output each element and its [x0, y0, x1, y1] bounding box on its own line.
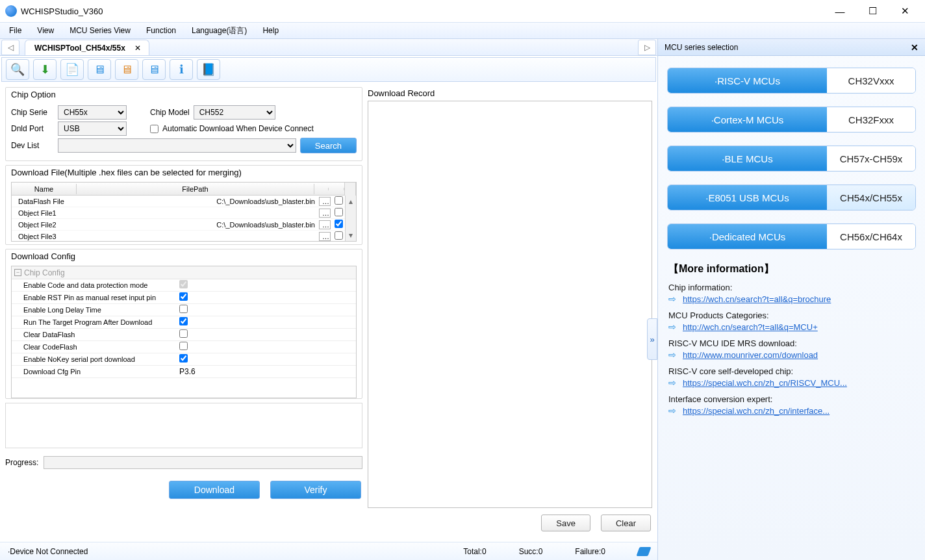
config-row: Enable RST Pin as manual reset input pin	[12, 292, 356, 304]
toolbar-import-icon[interactable]: 🖥	[142, 59, 166, 80]
config-label: Enable Long Delay Time	[23, 306, 179, 314]
config-row: Enable Long Delay Time	[12, 304, 356, 316]
config-label: Enable Code and data protection mode	[23, 281, 179, 289]
config-group-header[interactable]: − Chip Config	[12, 266, 356, 279]
info-link[interactable]: http://www.mounriver.com/download	[683, 350, 818, 360]
file-row-checkbox[interactable]	[335, 231, 343, 240]
auto-download-label: Automatic Download When Device Connect	[162, 124, 314, 133]
file-scrollbar[interactable]: ▴▾	[345, 196, 356, 241]
mcu-series-item[interactable]: ·BLE MCUsCH57x-CH59x	[667, 146, 916, 172]
file-row-checkbox[interactable]	[335, 196, 343, 205]
more-info-title: 【More information】	[668, 262, 915, 276]
config-row: Enable Code and data protection mode	[12, 279, 356, 292]
toolbar-export-icon[interactable]: 🖥	[115, 59, 138, 80]
config-checkbox[interactable]	[179, 317, 188, 325]
menu-view[interactable]: View	[31, 25, 60, 36]
toolbar-download-icon[interactable]: ⬇	[33, 59, 57, 80]
chip-option-title: Chip Option	[6, 88, 362, 101]
file-row-path	[77, 212, 318, 214]
download-config-group: Download Config − Chip Config Enable Cod…	[5, 249, 362, 399]
config-checkbox[interactable]	[179, 280, 188, 288]
panel-collapse-button[interactable]: »	[647, 318, 657, 360]
tab-prev-button[interactable]: ◁	[1, 40, 19, 55]
config-row: Download Cfg PinP3.6	[12, 366, 356, 378]
config-checkbox[interactable]	[179, 292, 188, 301]
file-row[interactable]: Object File1 …	[12, 207, 356, 219]
status-fail: Failure:0	[575, 547, 605, 556]
file-browse-button[interactable]: …	[319, 220, 331, 229]
mcu-series-name: ·E8051 USB MCUs	[668, 185, 827, 210]
minimize-button[interactable]: ―	[825, 1, 855, 21]
file-browse-button[interactable]: …	[319, 209, 331, 218]
verify-button[interactable]: Verify	[270, 481, 361, 499]
mcu-series-item[interactable]: ·E8051 USB MCUsCH54x/CH55x	[667, 185, 916, 210]
toolbar-refresh-icon[interactable]: 🖥	[88, 59, 111, 80]
config-label: Enable RST Pin as manual reset input pin	[23, 294, 179, 301]
mcu-series-item[interactable]: ·RISC-V MCUsCH32Vxxx	[667, 68, 916, 94]
search-button[interactable]: Search	[300, 138, 357, 153]
file-row-path: C:\_Downloads\usb_blaster.bin	[77, 220, 318, 229]
link-arrow-icon: ⇨	[668, 377, 676, 388]
config-checkbox[interactable]	[179, 342, 188, 350]
log-area	[5, 403, 362, 448]
info-link[interactable]: https://wch.cn/search?t=all&q=brochure	[683, 294, 831, 304]
toolbar-search-icon[interactable]: 🔍	[6, 59, 29, 80]
file-row[interactable]: DataFlash File C:\_Downloads\usb_blaster…	[12, 196, 356, 207]
file-browse-button[interactable]: …	[319, 197, 331, 206]
config-checkbox[interactable]	[179, 354, 188, 363]
download-button[interactable]: Download	[169, 481, 260, 499]
file-browse-button[interactable]: …	[319, 232, 331, 241]
menu-function[interactable]: Function	[140, 25, 183, 36]
config-checkbox[interactable]	[179, 305, 188, 313]
mcu-panel-close-icon[interactable]: ✕	[911, 42, 919, 53]
config-checkbox[interactable]	[179, 329, 188, 338]
toolbar-book-icon[interactable]: 📘	[197, 59, 220, 80]
file-row-checkbox[interactable]	[335, 208, 343, 216]
info-link[interactable]: http://wch.cn/search?t=all&q=MCU+	[683, 322, 818, 332]
file-col-path: FilePath	[77, 184, 314, 194]
collapse-icon[interactable]: −	[14, 269, 21, 276]
file-table: Name FilePath DataFlash File C:\_Downloa…	[11, 182, 357, 242]
chip-option-group: Chip Option Chip Serie CH55x Chip Model …	[5, 87, 362, 161]
mcu-panel-title: MCU series selection	[665, 43, 738, 52]
save-button[interactable]: Save	[541, 515, 590, 531]
tab-label: WCHISPTool_CH54x/55x	[34, 44, 125, 53]
config-label: Clear CodeFlash	[23, 343, 179, 351]
auto-download-checkbox[interactable]	[150, 125, 158, 133]
tab-active[interactable]: WCHISPTool_CH54x/55x ✕	[25, 40, 149, 55]
mcu-series-item[interactable]: ·Cortex-M MCUsCH32Fxxx	[667, 107, 916, 133]
info-link[interactable]: https://special.wch.cn/zh_cn/RISCV_MCU..…	[683, 378, 847, 388]
menu-mcu-series-view[interactable]: MCU Series View	[63, 25, 137, 36]
clear-button[interactable]: Clear	[601, 515, 651, 531]
close-button[interactable]: ✕	[890, 1, 920, 21]
file-row[interactable]: Object File2 C:\_Downloads\usb_blaster.b…	[12, 219, 356, 231]
file-row-path	[77, 236, 318, 237]
tab-close-icon[interactable]: ✕	[132, 44, 144, 53]
info-link-block: Chip information: ⇨ https://wch.cn/searc…	[668, 283, 915, 304]
info-link[interactable]: https://special.wch.cn/zh_cn/interface..…	[683, 406, 830, 416]
tabstrip: ◁ WCHISPTool_CH54x/55x ✕ ▷	[0, 39, 657, 56]
mcu-series-chips: CH56x/CH64x	[827, 224, 915, 249]
info-link-block: RISC-V core self-developed chip: ⇨ https…	[668, 366, 915, 388]
config-label: Enable NoKey serial port download	[23, 355, 179, 363]
toolbar-info-icon[interactable]: ℹ	[170, 59, 193, 80]
tab-next-button[interactable]: ▷	[638, 40, 656, 55]
menu-help[interactable]: Help	[256, 25, 285, 36]
maximize-button[interactable]: ☐	[857, 1, 887, 21]
info-link-block: MCU Products Categories: ⇨ http://wch.cn…	[668, 311, 915, 332]
file-row-checkbox[interactable]	[335, 220, 343, 228]
dnld-port-select[interactable]: USB	[58, 121, 127, 136]
config-row: Clear DataFlash	[12, 329, 356, 341]
menu-language[interactable]: Language(语言)	[185, 24, 253, 38]
menu-file[interactable]: File	[3, 25, 28, 36]
mcu-series-item[interactable]: ·Dedicated MCUsCH56x/CH64x	[667, 223, 916, 249]
mcu-series-name: ·RISC-V MCUs	[668, 68, 827, 93]
dev-list-select[interactable]	[58, 138, 296, 153]
chip-model-select[interactable]: CH552	[194, 105, 275, 120]
chip-model-label: Chip Model	[150, 108, 190, 117]
eraser-icon[interactable]	[636, 547, 651, 556]
toolbar-verify-icon[interactable]: 📄	[60, 59, 84, 80]
file-row[interactable]: Object File3 …	[12, 231, 356, 242]
file-row-name: Object File3	[12, 232, 77, 241]
chip-serie-select[interactable]: CH55x	[58, 105, 127, 120]
